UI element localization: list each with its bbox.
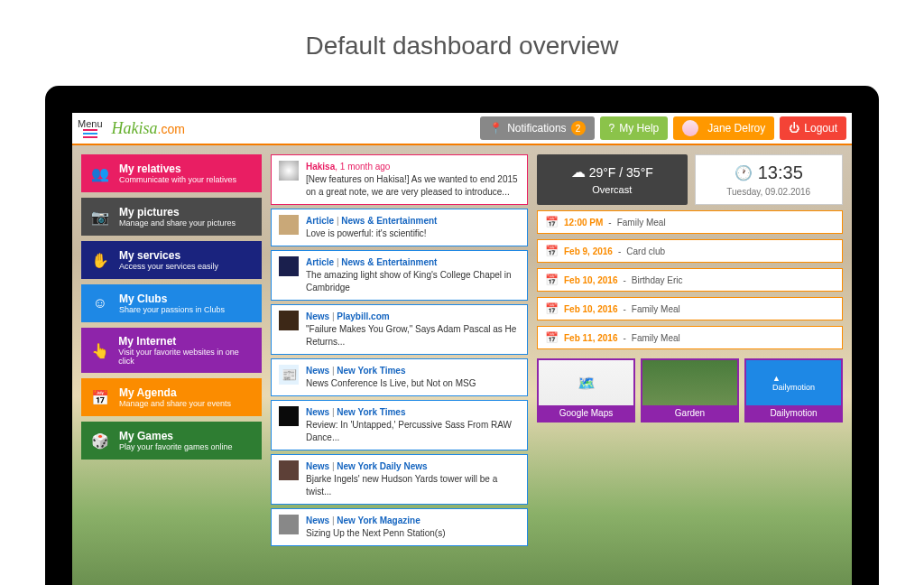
page-heading: Default dashboard overview (0, 0, 924, 83)
